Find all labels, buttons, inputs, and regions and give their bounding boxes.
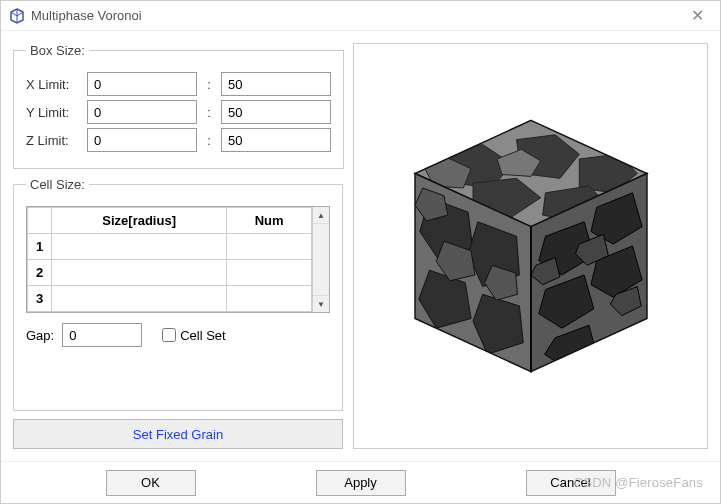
app-icon	[9, 8, 25, 24]
scroll-up-icon[interactable]: ▲	[313, 207, 329, 224]
row-num: 2	[28, 260, 52, 286]
scroll-track[interactable]	[313, 224, 329, 295]
y-limit-label: Y Limit:	[26, 105, 81, 120]
x-limit-label: X Limit:	[26, 77, 81, 92]
cell-grid: Size[radius] Num 1 2	[26, 206, 330, 313]
z-limit-min-input[interactable]	[87, 128, 197, 152]
dialog-window: Multiphase Voronoi ✕ Box Size: X Limit: …	[0, 0, 721, 504]
gap-row: Gap: Cell Set	[26, 323, 330, 347]
cancel-button[interactable]: Cancel	[526, 470, 616, 496]
cell-size-group: Cell Size: Size[radius] Num 1	[13, 177, 343, 411]
cell-table[interactable]: Size[radius] Num 1 2	[27, 207, 312, 312]
cell-count[interactable]	[227, 286, 312, 312]
x-limit-row: X Limit: :	[26, 72, 331, 96]
row-num: 3	[28, 286, 52, 312]
close-icon[interactable]: ✕	[683, 6, 712, 25]
cell-count[interactable]	[227, 234, 312, 260]
voronoi-cube-preview	[386, 101, 676, 391]
cell-set-label: Cell Set	[180, 328, 226, 343]
dialog-footer: OK Apply Cancel	[1, 461, 720, 503]
x-limit-sep: :	[203, 77, 215, 92]
gap-label: Gap:	[26, 328, 54, 343]
y-limit-min-input[interactable]	[87, 100, 197, 124]
cell-size[interactable]	[52, 234, 227, 260]
x-limit-min-input[interactable]	[87, 72, 197, 96]
table-row[interactable]: 1	[28, 234, 312, 260]
row-num: 1	[28, 234, 52, 260]
box-size-legend: Box Size:	[26, 43, 89, 58]
ok-button[interactable]: OK	[106, 470, 196, 496]
table-corner	[28, 208, 52, 234]
right-column	[353, 43, 708, 449]
cell-size[interactable]	[52, 286, 227, 312]
left-column: Box Size: X Limit: : Y Limit: : Z	[13, 43, 343, 449]
preview-viewport[interactable]	[353, 43, 708, 449]
z-limit-max-input[interactable]	[221, 128, 331, 152]
gap-input[interactable]	[62, 323, 142, 347]
window-title: Multiphase Voronoi	[31, 8, 683, 23]
titlebar: Multiphase Voronoi ✕	[1, 1, 720, 31]
table-row[interactable]: 2	[28, 260, 312, 286]
cell-count[interactable]	[227, 260, 312, 286]
apply-button[interactable]: Apply	[316, 470, 406, 496]
scroll-down-icon[interactable]: ▼	[313, 295, 329, 312]
set-fixed-grain-button[interactable]: Set Fixed Grain	[13, 419, 343, 449]
y-limit-row: Y Limit: :	[26, 100, 331, 124]
y-limit-sep: :	[203, 105, 215, 120]
col-num-header: Num	[227, 208, 312, 234]
z-limit-label: Z Limit:	[26, 133, 81, 148]
col-size-header: Size[radius]	[52, 208, 227, 234]
z-limit-row: Z Limit: :	[26, 128, 331, 152]
table-row[interactable]: 3	[28, 286, 312, 312]
y-limit-max-input[interactable]	[221, 100, 331, 124]
z-limit-sep: :	[203, 133, 215, 148]
cell-set-box[interactable]	[162, 328, 176, 342]
cell-set-checkbox[interactable]: Cell Set	[162, 328, 226, 343]
x-limit-max-input[interactable]	[221, 72, 331, 96]
cell-size-legend: Cell Size:	[26, 177, 89, 192]
box-size-group: Box Size: X Limit: : Y Limit: : Z	[13, 43, 344, 169]
table-scrollbar[interactable]: ▲ ▼	[312, 207, 329, 312]
content-area: Box Size: X Limit: : Y Limit: : Z	[1, 31, 720, 461]
cell-size[interactable]	[52, 260, 227, 286]
